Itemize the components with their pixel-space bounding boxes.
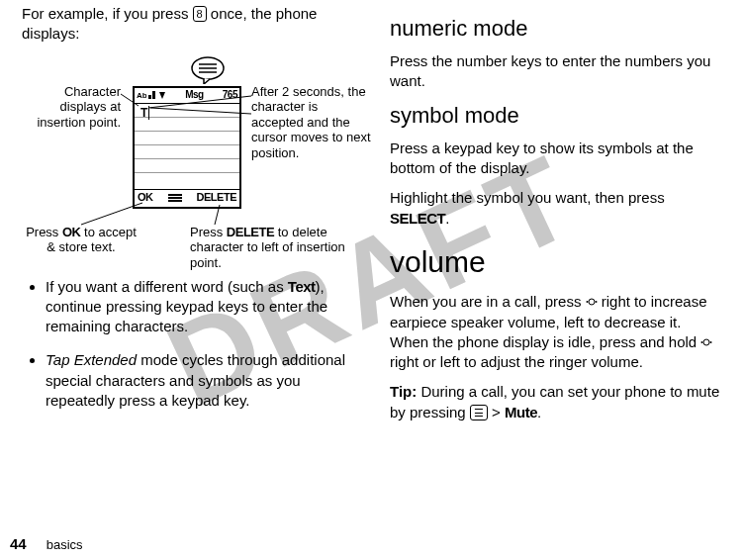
callout-delete: Press DELETE to delete character to left…: [190, 225, 378, 271]
softkey-delete: DELETE: [197, 191, 236, 204]
signal2-icon: [158, 90, 166, 100]
svg-point-15: [710, 341, 712, 343]
bullet-text-word: If you want a different word (such as Te…: [46, 277, 354, 337]
callout-cursor-advance: After 2 seconds, the character is accept…: [251, 84, 372, 161]
heading-numeric-mode: numeric mode: [390, 14, 722, 44]
left-bullets: If you want a different word (such as Te…: [22, 277, 354, 412]
bullet-tap-extended: Tap Extended mode cycles through additio…: [46, 350, 354, 411]
svg-point-14: [701, 341, 703, 343]
para-symbol-1: Press a keypad key to show its symbols a…: [390, 139, 722, 179]
nav-key-icon: [700, 336, 712, 348]
phone-screen: Ab1 Msg 765 T OK DELETE: [133, 86, 241, 209]
page-number: 44: [10, 534, 27, 554]
svg-text:Ab1: Ab1: [137, 91, 146, 100]
menu-key-icon: ☰: [470, 405, 488, 420]
heading-symbol-mode: symbol mode: [390, 101, 722, 131]
status-count: 765: [223, 89, 237, 101]
status-bar: Ab1 Msg 765: [135, 88, 239, 104]
page-footer: 44 basics: [10, 534, 83, 554]
phone-diagram: Ab1 Msg 765 T OK DELETE: [22, 54, 354, 277]
callout-insertion-point: Character displays at insertion point.: [22, 84, 121, 131]
note-icon: [190, 54, 226, 84]
para-tip: Tip: During a call, you can set your pho…: [390, 382, 722, 422]
key-8-icon: 8: [193, 6, 207, 22]
cursor-character: T: [140, 106, 153, 120]
text-mode-icon: Ab1: [137, 90, 146, 100]
intro-pre: For example, if you press: [22, 5, 193, 22]
softkey-row: OK DELETE: [135, 189, 239, 207]
para-numeric: Press the number keys to enter the numbe…: [390, 51, 722, 92]
softkey-ok: OK: [138, 191, 153, 204]
footer-section: basics: [46, 536, 83, 554]
nav-key-icon: [586, 296, 598, 308]
left-column: For example, if you press 8 once, the ph…: [10, 0, 372, 526]
svg-point-13: [703, 339, 709, 345]
para-volume: When you are in a call, press right to i…: [390, 292, 722, 372]
para-symbol-2: Highlight the symbol you want, then pres…: [390, 188, 722, 229]
intro-paragraph: For example, if you press 8 once, the ph…: [22, 4, 354, 45]
status-msg-label: Msg: [185, 89, 204, 101]
callout-ok: Press OK to accept & store text.: [22, 225, 140, 255]
signal-icon: [148, 90, 156, 100]
svg-point-10: [589, 299, 595, 305]
right-column: numeric mode Press the number keys to en…: [372, 0, 734, 526]
page-body: For example, if you press 8 once, the ph…: [0, 0, 744, 526]
status-left-icons: Ab1: [137, 90, 166, 100]
heading-volume: volume: [390, 242, 722, 283]
softkey-menu-icon: [168, 194, 182, 202]
svg-point-11: [586, 301, 588, 303]
